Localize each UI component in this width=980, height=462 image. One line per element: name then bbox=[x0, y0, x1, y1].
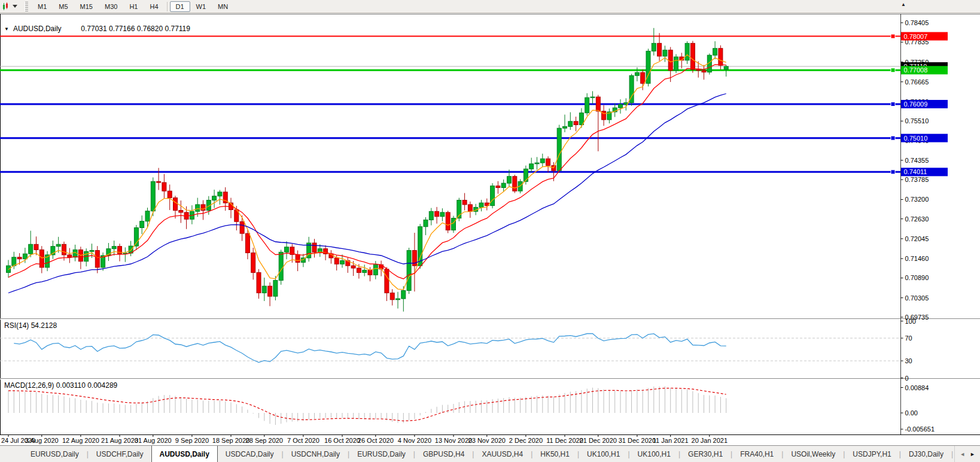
tab-uk100-h1[interactable]: UK100,H1 bbox=[579, 446, 628, 462]
svg-text:0.75510: 0.75510 bbox=[905, 117, 929, 124]
svg-text:0.73200: 0.73200 bbox=[905, 196, 929, 203]
svg-text:-0.005651: -0.005651 bbox=[905, 425, 935, 433]
date-label: 23 Nov 2020 bbox=[468, 437, 506, 444]
horizontal-line-0.75010: 0.75010 bbox=[0, 134, 948, 142]
svg-text:30: 30 bbox=[905, 357, 912, 364]
chart-tool-button[interactable] bbox=[0, 2, 21, 11]
timeframe-buttons: M1M5M15M30H1H4D1W1MN bbox=[32, 1, 234, 12]
svg-text:0.74011: 0.74011 bbox=[904, 168, 927, 175]
tab-uk100-h1[interactable]: UK100,H1 bbox=[630, 446, 678, 462]
tab-usdjpy-h1[interactable]: USDJPY,H1 bbox=[845, 446, 899, 462]
rsi-pane: 10070300 bbox=[0, 318, 916, 382]
tab-gbpusd-h4[interactable]: GBPUSD,H4 bbox=[415, 446, 472, 462]
timeframe-button-h4[interactable]: H4 bbox=[144, 1, 164, 12]
date-label: 18 Sep 2020 bbox=[212, 437, 249, 444]
date-label: 11 Jan 2021 bbox=[653, 437, 689, 444]
tab-scroll-right-icon[interactable]: ► bbox=[970, 451, 975, 457]
date-label: 28 Sep 2020 bbox=[246, 437, 283, 444]
dropdown-caret-icon bbox=[13, 5, 17, 8]
collapse-caret-icon[interactable]: ▼ bbox=[4, 26, 9, 32]
svg-text:100: 100 bbox=[905, 318, 916, 325]
tab-audusd-daily[interactable]: AUDUSD,Daily bbox=[151, 446, 218, 462]
tab-scroll-left-icon[interactable]: ◄ bbox=[960, 451, 965, 457]
symbol-timeframe: AUDUSD,Daily bbox=[13, 25, 62, 33]
macd-label: MACD(12,26,9) 0.003110 0.004289 bbox=[4, 381, 117, 390]
date-label: 31 Dec 2020 bbox=[619, 437, 656, 444]
tab-usoil-weekly[interactable]: USOil,Weekly bbox=[783, 446, 843, 462]
svg-text:0.71460: 0.71460 bbox=[905, 255, 929, 262]
timeframe-button-h1[interactable]: H1 bbox=[123, 1, 144, 12]
svg-text:0.77008: 0.77008 bbox=[904, 66, 928, 74]
svg-text:0.78007: 0.78007 bbox=[904, 33, 928, 40]
horizontal-line-0.74011: 0.74011 bbox=[0, 168, 948, 176]
chart-tab-bar: EURUSD,Daily|USDCHF,DailyAUDUSD,DailyUSD… bbox=[0, 445, 980, 462]
date-label: 20 Jan 2021 bbox=[692, 437, 728, 444]
date-axis: 24 Jul 20203 Aug 202012 Aug 202021 Aug 2… bbox=[1, 434, 728, 444]
line-handle bbox=[891, 34, 895, 38]
tab-scroll-arrows: ◄ ► bbox=[954, 446, 980, 462]
svg-text:0.72045: 0.72045 bbox=[905, 235, 929, 242]
date-label: 26 Oct 2020 bbox=[358, 437, 394, 444]
timeframe-button-m15[interactable]: M15 bbox=[74, 1, 99, 12]
tab-xauusd-h4[interactable]: XAUUSD,H4 bbox=[474, 446, 531, 462]
macd-signal-line bbox=[8, 388, 726, 421]
date-label: 11 Dec 2020 bbox=[546, 437, 583, 444]
svg-text:0.70305: 0.70305 bbox=[905, 294, 929, 302]
rsi-label: RSI(14) 54.2128 bbox=[4, 321, 57, 330]
timeframe-button-m5[interactable]: M5 bbox=[53, 1, 74, 12]
line-handle bbox=[891, 170, 895, 174]
macd-axis: 0.008840.00-0.005651 bbox=[901, 384, 935, 433]
horizontal-line-0.76009: 0.76009 bbox=[0, 100, 948, 108]
date-label: 13 Nov 2020 bbox=[435, 437, 472, 444]
date-label: 12 Aug 2020 bbox=[62, 437, 99, 444]
line-handle bbox=[891, 136, 895, 140]
tab-usdcad-daily[interactable]: USDCAD,Daily bbox=[218, 446, 282, 462]
timeframe-button-m1[interactable]: M1 bbox=[32, 1, 53, 12]
mt4-window: M1M5M15M30H1H4D1W1MN ▲ 0.784050.778350.7… bbox=[0, 0, 980, 462]
date-label: 21 Dec 2020 bbox=[580, 437, 617, 444]
date-label: 31 Aug 2020 bbox=[135, 437, 172, 444]
tab-eurusd-daily[interactable]: EURUSD,Daily bbox=[23, 446, 87, 462]
timeframe-button-mn[interactable]: MN bbox=[212, 1, 234, 12]
date-label: 4 Nov 2020 bbox=[398, 437, 431, 444]
horizontal-line-0.77008: 0.77008 bbox=[0, 66, 948, 74]
line-handle bbox=[891, 68, 895, 72]
date-label: 9 Sep 2020 bbox=[175, 437, 209, 444]
ohlc-values: 0.77031 0.77166 0.76820 0.77119 bbox=[65, 16, 190, 41]
toolbar: M1M5M15M30H1H4D1W1MN ▲ bbox=[0, 0, 980, 13]
svg-text:0.00884: 0.00884 bbox=[905, 384, 929, 391]
date-label: 2 Dec 2020 bbox=[509, 437, 543, 444]
date-label: 7 Oct 2020 bbox=[287, 437, 319, 444]
date-label: 16 Oct 2020 bbox=[324, 437, 360, 444]
line-handle bbox=[891, 102, 895, 106]
timeframe-button-d1[interactable]: D1 bbox=[170, 1, 190, 12]
svg-text:0.00: 0.00 bbox=[905, 409, 918, 417]
chart-title: ▼ AUDUSD,Daily 0.77031 0.77166 0.76820 0… bbox=[4, 16, 190, 41]
scroll-up-icon[interactable]: ▲ bbox=[901, 2, 906, 7]
svg-text:0: 0 bbox=[905, 375, 909, 382]
svg-text:0.76009: 0.76009 bbox=[904, 101, 928, 108]
macd-histogram bbox=[8, 387, 726, 425]
svg-text:0.70890: 0.70890 bbox=[905, 274, 929, 281]
date-label: 21 Aug 2020 bbox=[101, 437, 138, 444]
svg-text:0.75010: 0.75010 bbox=[904, 135, 928, 142]
timeframe-button-m30[interactable]: M30 bbox=[99, 1, 123, 12]
svg-text:0.72630: 0.72630 bbox=[905, 215, 929, 223]
chart-tabs: EURUSD,Daily|USDCHF,DailyAUDUSD,DailyUSD… bbox=[0, 446, 954, 462]
tab-usdcnh-daily[interactable]: USDCNH,Daily bbox=[284, 446, 348, 462]
chart-icon bbox=[2, 2, 11, 11]
toolbar-separator bbox=[167, 2, 168, 11]
toolbar-grip bbox=[25, 2, 28, 11]
chart-window[interactable]: 0.784050.778350.772500.766650.760800.755… bbox=[0, 14, 980, 445]
tab-fra40-h1[interactable]: FRA40,H1 bbox=[732, 446, 781, 462]
svg-text:0.76665: 0.76665 bbox=[905, 78, 929, 86]
tab-eurusd-daily[interactable]: EURUSD,Daily bbox=[349, 446, 413, 462]
tab-ger30-h1[interactable]: GER30,H1 bbox=[680, 446, 731, 462]
svg-text:70: 70 bbox=[905, 335, 912, 342]
tab-dj30-daily[interactable]: DJ30,Daily bbox=[901, 446, 951, 462]
tab-hk50-h1[interactable]: HK50,H1 bbox=[532, 446, 577, 462]
tab-usdchf-daily[interactable]: USDCHF,Daily bbox=[89, 446, 151, 462]
price-chart[interactable]: 0.784050.778350.772500.766650.760800.755… bbox=[0, 14, 980, 445]
timeframe-button-w1[interactable]: W1 bbox=[190, 1, 212, 12]
svg-text:0.78405: 0.78405 bbox=[905, 19, 929, 26]
